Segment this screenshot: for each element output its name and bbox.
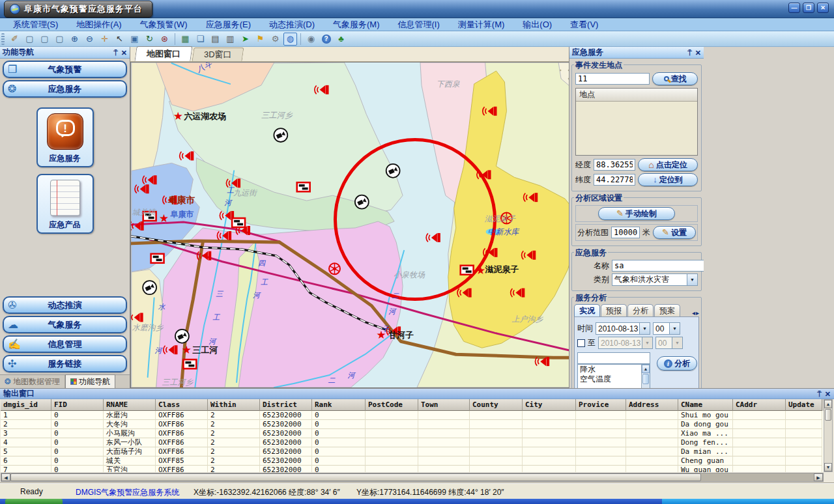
menu-item[interactable]: 地图操作(A) bbox=[67, 19, 130, 31]
nav-button-应急服务[interactable]: !应急服务 bbox=[36, 107, 94, 167]
table-row[interactable]: 40东风一小队OXFF8626523020000Dong fen... bbox=[1, 438, 824, 447]
start-button-edge[interactable] bbox=[5, 499, 63, 504]
vertical-scrollbar[interactable]: ▲ ▼ bbox=[824, 399, 833, 472]
longitude-input[interactable] bbox=[594, 159, 635, 171]
toolbar-grip[interactable] bbox=[1, 33, 5, 45]
settings-icon[interactable]: ⚙ bbox=[268, 33, 282, 46]
range-input[interactable] bbox=[611, 227, 640, 238]
print-setup-icon[interactable]: ▥ bbox=[223, 33, 237, 46]
column-header[interactable]: PostCode bbox=[366, 399, 418, 411]
sidebar-item-应急服务[interactable]: ❂应急服务 bbox=[3, 80, 127, 98]
menu-item[interactable]: 测量计算(M) bbox=[449, 19, 514, 31]
tab-预案[interactable]: 预案 bbox=[654, 304, 680, 316]
column-header[interactable]: RNAME bbox=[104, 399, 156, 411]
element-list[interactable]: 降水空气温度 ▲ bbox=[577, 364, 650, 388]
scroll-up-icon[interactable]: ▲ bbox=[642, 365, 650, 373]
sidebar-item-服务链接[interactable]: ✣服务链接 bbox=[3, 355, 127, 372]
sidebar-item-信息管理[interactable]: ✍信息管理 bbox=[3, 335, 127, 353]
column-header[interactable]: CName bbox=[678, 399, 733, 411]
close-button[interactable]: ✕ bbox=[817, 3, 829, 13]
location-search-input[interactable] bbox=[575, 73, 650, 85]
service-name-input[interactable] bbox=[612, 260, 704, 272]
table-row[interactable]: 30小马厩沟OXFF8626523020000Xiao ma ... bbox=[1, 429, 824, 438]
measure-icon[interactable]: ✐ bbox=[8, 33, 22, 46]
search-button[interactable]: 查找 bbox=[652, 72, 698, 85]
column-header[interactable]: Within bbox=[208, 399, 260, 411]
pin-icon[interactable]: ⍑ bbox=[687, 49, 692, 57]
column-header[interactable]: County bbox=[470, 399, 523, 411]
globe-service-icon[interactable]: ◍ bbox=[283, 33, 297, 46]
horizontal-scrollbar[interactable]: ◀ ▶ bbox=[1, 473, 824, 482]
element-list-scrollbar[interactable]: ▲ bbox=[641, 365, 650, 388]
menu-item[interactable]: 输出(O) bbox=[513, 19, 561, 31]
tab-分析[interactable]: 分析 bbox=[627, 304, 654, 316]
date-dropdown[interactable]: 2010-08-13 ▼ bbox=[596, 322, 650, 335]
list-item[interactable]: 空气温度 bbox=[578, 374, 650, 384]
latitude-input[interactable] bbox=[594, 174, 635, 186]
go-arrow-icon[interactable]: ➤ bbox=[238, 33, 252, 46]
eye-icon[interactable]: ◉ bbox=[304, 33, 318, 46]
menu-item[interactable]: 应急服务(E) bbox=[197, 19, 260, 31]
analyze-button[interactable]: i 分析 bbox=[657, 356, 697, 371]
element-selected-box[interactable] bbox=[577, 352, 650, 364]
pin-icon[interactable]: ⍑ bbox=[817, 390, 822, 398]
service-type-dropdown[interactable]: 气象和洪水灾害 ▼ bbox=[612, 273, 698, 286]
tab-实况[interactable]: 实况 bbox=[574, 304, 600, 316]
list-item[interactable]: 降水 bbox=[578, 365, 650, 374]
legend-tree-icon[interactable]: ♣ bbox=[334, 33, 348, 46]
tab-scroll-right-icon[interactable]: ▸ bbox=[696, 309, 699, 316]
scroll-up-icon[interactable]: ▲ bbox=[824, 400, 832, 408]
menu-item[interactable]: 信息管理(I) bbox=[389, 19, 449, 31]
refresh-icon[interactable]: ↻ bbox=[143, 33, 156, 46]
tab-地图数据管理[interactable]: ❂地图数据管理 bbox=[0, 375, 65, 388]
column-header[interactable]: Town bbox=[418, 399, 470, 411]
table-row[interactable]: 10水磨沟OXFF8626523020000Shui mo gou bbox=[1, 411, 824, 420]
chevron-down-icon[interactable]: ▼ bbox=[669, 323, 680, 334]
column-header[interactable]: City bbox=[523, 399, 576, 411]
to-checkbox[interactable] bbox=[577, 339, 585, 347]
export-image-icon[interactable]: ❏ bbox=[194, 33, 207, 46]
table-row[interactable]: 20大冬沟OXFF8626523020000Da dong gou bbox=[1, 420, 824, 429]
goto-button[interactable]: ↓ 定位到 bbox=[638, 173, 698, 186]
sidebar-item-气象预警[interactable]: ❐气象预警 bbox=[3, 61, 127, 78]
menu-item[interactable]: 气象服务(M) bbox=[324, 19, 389, 31]
placemark-icon[interactable]: ⚑ bbox=[253, 33, 267, 46]
tab-scroll-left-icon[interactable]: ◂ bbox=[692, 309, 695, 316]
chevron-down-icon[interactable]: ▼ bbox=[687, 274, 697, 285]
zoom-in-icon[interactable]: ⊕ bbox=[68, 33, 81, 46]
select-polygon-icon[interactable]: ▢ bbox=[53, 33, 66, 46]
full-extent-icon[interactable]: ▣ bbox=[128, 33, 141, 46]
sidebar-item-动态推演[interactable]: ✇动态推演 bbox=[3, 296, 127, 314]
table-row[interactable]: 60城关OXFF8526523020000Cheng guan bbox=[1, 456, 824, 466]
restore-button[interactable]: ❐ bbox=[803, 3, 814, 13]
table-row[interactable]: 70五官沟OXFF8626523020000Wu guan gou bbox=[1, 466, 824, 472]
output-table[interactable]: dmgis_idFIDRNAMEClassWithinDistrictRankP… bbox=[1, 399, 824, 472]
column-header[interactable]: District bbox=[260, 399, 312, 411]
column-header[interactable]: dmgis_id bbox=[1, 399, 51, 411]
chevron-down-icon[interactable]: ▼ bbox=[639, 323, 650, 334]
column-header[interactable]: FID bbox=[51, 399, 104, 411]
column-header[interactable]: Class bbox=[156, 399, 208, 411]
select-rect-icon[interactable]: ▢ bbox=[38, 33, 51, 46]
location-list[interactable]: 地点 bbox=[575, 88, 698, 156]
location-list-body[interactable] bbox=[576, 102, 697, 155]
minimize-button[interactable]: — bbox=[788, 3, 800, 13]
pan-icon[interactable]: ✛ bbox=[98, 33, 111, 46]
column-header[interactable]: CAddr bbox=[733, 399, 786, 411]
tab-预报[interactable]: 预报 bbox=[601, 304, 627, 316]
close-icon[interactable]: ✕ bbox=[695, 49, 701, 57]
set-button[interactable]: ✎ 设置 bbox=[653, 226, 696, 239]
help-icon[interactable]: ? bbox=[319, 33, 333, 46]
menu-item[interactable]: 查看(V) bbox=[561, 19, 607, 31]
column-header[interactable]: Rank bbox=[312, 399, 366, 411]
hour-dropdown[interactable]: 00 ▼ bbox=[653, 322, 680, 335]
print-icon[interactable]: ▤ bbox=[208, 33, 222, 46]
select-point-icon[interactable]: ▢ bbox=[23, 33, 36, 46]
sidebar-item-气象服务[interactable]: ☁气象服务 bbox=[3, 316, 127, 333]
column-header[interactable]: Update bbox=[786, 399, 822, 411]
column-header[interactable]: Provice bbox=[576, 399, 626, 411]
scroll-right-icon[interactable]: ▶ bbox=[814, 473, 823, 481]
click-locate-button[interactable]: ⌂ 点击定位 bbox=[638, 158, 698, 171]
pin-icon[interactable]: ⍑ bbox=[113, 49, 118, 57]
scroll-down-icon[interactable]: ▼ bbox=[824, 463, 832, 471]
